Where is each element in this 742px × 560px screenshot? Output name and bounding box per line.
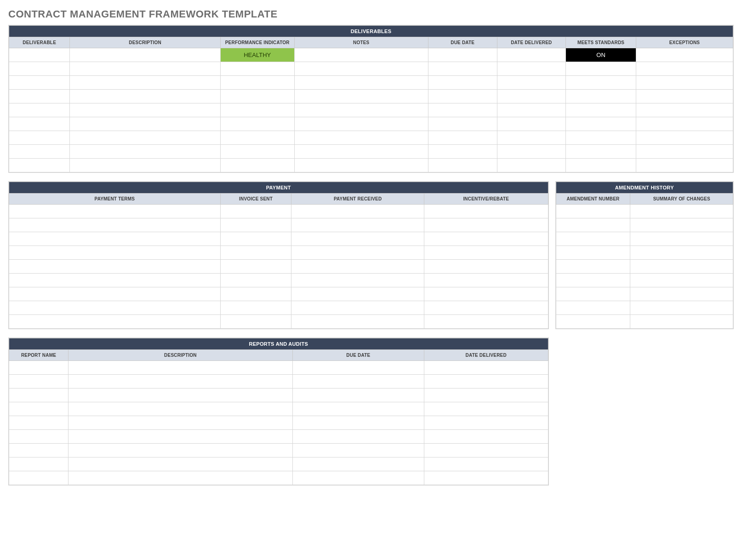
- cell[interactable]: [424, 205, 548, 218]
- cell[interactable]: [9, 416, 68, 430]
- cell-description[interactable]: [70, 117, 221, 131]
- cell[interactable]: [291, 246, 424, 260]
- cell[interactable]: [630, 232, 733, 246]
- cell[interactable]: [9, 471, 68, 485]
- cell-delivered[interactable]: [497, 159, 566, 172]
- cell-notes[interactable]: [294, 48, 428, 62]
- cell[interactable]: [291, 218, 424, 232]
- cell[interactable]: [630, 205, 733, 218]
- cell-due[interactable]: [428, 159, 497, 172]
- cell-performance[interactable]: [220, 131, 294, 145]
- cell-due[interactable]: [428, 103, 497, 117]
- cell[interactable]: [556, 246, 630, 260]
- cell-performance[interactable]: [220, 103, 294, 117]
- cell-due[interactable]: [428, 90, 497, 103]
- cell[interactable]: [556, 274, 630, 287]
- cell-deliverable[interactable]: [9, 76, 70, 90]
- cell[interactable]: [291, 315, 424, 329]
- cell-delivered[interactable]: [497, 48, 566, 62]
- cell[interactable]: [424, 260, 548, 274]
- cell[interactable]: [292, 361, 424, 375]
- cell[interactable]: [9, 274, 221, 287]
- cell-performance[interactable]: HEALTHY: [220, 48, 294, 62]
- cell[interactable]: [9, 287, 221, 301]
- cell[interactable]: [9, 301, 221, 315]
- cell[interactable]: [556, 232, 630, 246]
- cell[interactable]: [9, 444, 68, 457]
- cell[interactable]: [9, 246, 221, 260]
- cell-exceptions[interactable]: [636, 76, 733, 90]
- cell-due[interactable]: [428, 48, 497, 62]
- cell[interactable]: [424, 416, 548, 430]
- cell-due[interactable]: [428, 145, 497, 159]
- cell-exceptions[interactable]: [636, 159, 733, 172]
- cell-description[interactable]: [70, 103, 221, 117]
- cell-deliverable[interactable]: [9, 117, 70, 131]
- cell[interactable]: [291, 260, 424, 274]
- cell-meets[interactable]: [566, 90, 636, 103]
- cell-description[interactable]: [70, 145, 221, 159]
- cell-exceptions[interactable]: [636, 131, 733, 145]
- cell[interactable]: [9, 389, 68, 402]
- cell-description[interactable]: [70, 90, 221, 103]
- cell[interactable]: [292, 402, 424, 416]
- cell-performance[interactable]: [220, 117, 294, 131]
- cell-meets[interactable]: [566, 117, 636, 131]
- cell-delivered[interactable]: [497, 90, 566, 103]
- cell-deliverable[interactable]: [9, 62, 70, 76]
- cell-due[interactable]: [428, 131, 497, 145]
- cell[interactable]: [68, 361, 292, 375]
- cell[interactable]: [630, 301, 733, 315]
- cell-description[interactable]: [70, 62, 221, 76]
- cell[interactable]: [291, 232, 424, 246]
- cell-delivered[interactable]: [497, 145, 566, 159]
- cell[interactable]: [556, 205, 630, 218]
- cell[interactable]: [220, 232, 291, 246]
- cell[interactable]: [292, 457, 424, 471]
- cell-exceptions[interactable]: [636, 117, 733, 131]
- cell[interactable]: [424, 246, 548, 260]
- cell-notes[interactable]: [294, 117, 428, 131]
- cell-notes[interactable]: [294, 145, 428, 159]
- cell[interactable]: [68, 375, 292, 389]
- cell[interactable]: [291, 274, 424, 287]
- cell[interactable]: [68, 444, 292, 457]
- cell[interactable]: [556, 287, 630, 301]
- cell-meets[interactable]: [566, 62, 636, 76]
- cell[interactable]: [292, 375, 424, 389]
- cell-performance[interactable]: [220, 90, 294, 103]
- cell[interactable]: [220, 260, 291, 274]
- cell[interactable]: [220, 274, 291, 287]
- cell[interactable]: [9, 232, 221, 246]
- cell[interactable]: [68, 430, 292, 444]
- cell-deliverable[interactable]: [9, 131, 70, 145]
- cell[interactable]: [556, 218, 630, 232]
- cell[interactable]: [556, 315, 630, 329]
- cell-description[interactable]: [70, 131, 221, 145]
- cell-performance[interactable]: [220, 145, 294, 159]
- cell-due[interactable]: [428, 117, 497, 131]
- cell[interactable]: [424, 315, 548, 329]
- cell[interactable]: [220, 246, 291, 260]
- cell[interactable]: [630, 246, 733, 260]
- cell[interactable]: [9, 205, 221, 218]
- cell[interactable]: [68, 457, 292, 471]
- cell[interactable]: [220, 218, 291, 232]
- cell[interactable]: [424, 430, 548, 444]
- cell[interactable]: [9, 218, 221, 232]
- cell-meets[interactable]: [566, 145, 636, 159]
- cell[interactable]: [291, 205, 424, 218]
- cell-description[interactable]: [70, 48, 221, 62]
- cell-notes[interactable]: [294, 76, 428, 90]
- cell-deliverable[interactable]: [9, 159, 70, 172]
- cell[interactable]: [291, 287, 424, 301]
- cell-meets[interactable]: [566, 159, 636, 172]
- cell[interactable]: [424, 375, 548, 389]
- cell-due[interactable]: [428, 76, 497, 90]
- cell-notes[interactable]: [294, 62, 428, 76]
- cell[interactable]: [220, 315, 291, 329]
- cell[interactable]: [220, 301, 291, 315]
- cell-notes[interactable]: [294, 90, 428, 103]
- cell-exceptions[interactable]: [636, 48, 733, 62]
- cell-performance[interactable]: [220, 62, 294, 76]
